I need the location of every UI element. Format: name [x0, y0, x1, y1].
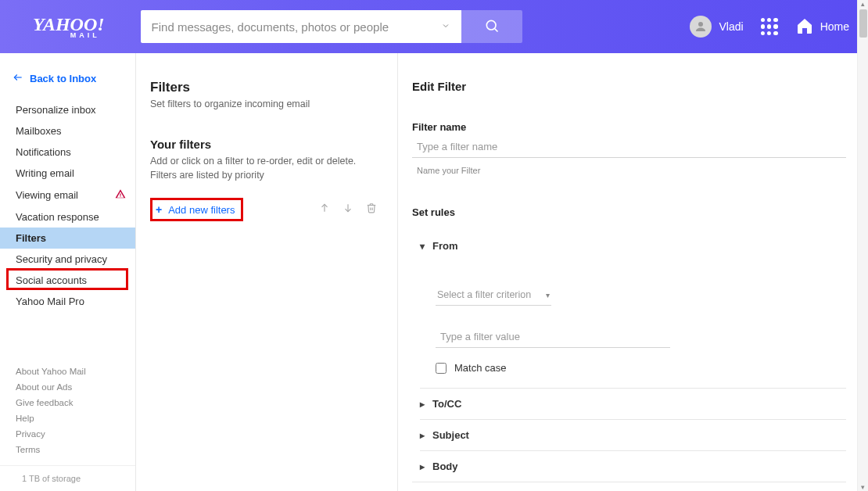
sidebar-item-notifications[interactable]: Notifications — [0, 142, 135, 163]
rule-label: From — [432, 240, 458, 252]
set-rules-label: Set rules — [412, 206, 846, 218]
footer-link-about-our-ads[interactable]: About our Ads — [16, 379, 135, 395]
sidebar-item-label: Writing email — [16, 167, 74, 179]
scroll-down-icon[interactable]: ▾ — [858, 483, 868, 491]
user-menu[interactable]: Vladi — [690, 16, 744, 38]
scroll-up-icon[interactable]: ▴ — [858, 0, 868, 8]
sidebar-item-label: Personalize inbox — [16, 104, 96, 116]
delete-icon[interactable] — [366, 202, 377, 217]
svg-line-1 — [494, 28, 497, 31]
filters-column: Filters Set filters to organize incoming… — [136, 53, 398, 491]
search-bar — [141, 10, 522, 43]
rule-from[interactable]: ▾From — [420, 231, 846, 261]
footer-link-privacy[interactable]: Privacy — [16, 426, 135, 442]
filter-order-actions — [319, 202, 377, 217]
search-input[interactable] — [152, 20, 435, 34]
search-box[interactable] — [141, 10, 461, 43]
sidebar-item-label: Security and privacy — [16, 253, 107, 265]
storage-info: 1 TB of storage — [0, 465, 135, 491]
sidebar-item-label: Filters — [16, 232, 46, 244]
criterion-placeholder: Select a filter criterion — [437, 289, 531, 300]
footer-links: About Yahoo MailAbout our AdsGive feedba… — [0, 364, 135, 465]
sidebar-item-mailboxes[interactable]: Mailboxes — [0, 120, 135, 142]
match-case-row: Match case — [436, 362, 846, 374]
sidebar-item-label: Yahoo Mail Pro — [16, 296, 84, 307]
rule-to-cc[interactable]: ▸To/CC — [420, 388, 846, 419]
sidebar-item-yahoo-mail-pro[interactable]: Yahoo Mail Pro — [0, 291, 135, 312]
filter-value-input[interactable] — [436, 323, 670, 348]
chevron-right-icon: ▸ — [420, 430, 425, 441]
logo-subtext: MAIL — [70, 32, 100, 39]
sidebar-item-personalize-inbox[interactable]: Personalize inbox — [0, 99, 135, 120]
warning-icon — [115, 188, 126, 202]
svg-point-0 — [486, 20, 496, 30]
add-filter-label: Add new filters — [168, 204, 235, 216]
edit-filter-column: Edit Filter Filter name Name your Filter… — [398, 53, 868, 491]
move-down-icon[interactable] — [343, 202, 353, 217]
sidebar-item-label: Mailboxes — [16, 125, 62, 137]
sidebar-item-label: Viewing email — [16, 189, 78, 201]
user-name: Vladi — [719, 20, 744, 33]
footer-link-terms[interactable]: Terms — [16, 442, 135, 457]
match-case-label: Match case — [454, 362, 506, 374]
sidebar-item-viewing-email[interactable]: Viewing email — [0, 184, 135, 206]
settings-sidebar: Back to Inbox Personalize inboxMailboxes… — [0, 53, 136, 491]
svg-point-2 — [698, 22, 703, 27]
avatar-icon — [690, 16, 712, 38]
sidebar-item-vacation-response[interactable]: Vacation response — [0, 206, 135, 228]
edit-filter-title: Edit Filter — [412, 80, 846, 93]
chevron-right-icon: ▸ — [420, 461, 425, 472]
add-new-filters-button[interactable]: + Add new filters — [150, 198, 243, 221]
back-to-inbox[interactable]: Back to Inbox — [0, 72, 135, 99]
rule-label: Subject — [432, 429, 469, 441]
yahoo-logo[interactable]: YAHOO! MAIL — [33, 15, 105, 39]
footer-link-about-yahoo-mail[interactable]: About Yahoo Mail — [16, 364, 135, 379]
criterion-select[interactable]: Select a filter criterion▾ — [436, 285, 551, 306]
sidebar-item-label: Vacation response — [16, 211, 99, 223]
home-button[interactable]: Home — [795, 16, 849, 38]
chevron-right-icon: ▸ — [420, 399, 425, 410]
search-icon — [484, 18, 500, 36]
filter-name-input[interactable] — [412, 133, 846, 158]
sidebar-item-label: Notifications — [16, 146, 71, 158]
plus-icon: + — [156, 203, 162, 216]
move-up-icon[interactable] — [319, 202, 330, 217]
filters-title: Filters — [150, 80, 382, 95]
sidebar-item-writing-email[interactable]: Writing email — [0, 163, 135, 184]
vertical-scrollbar[interactable]: ▴ ▾ — [857, 0, 868, 491]
sidebar-item-label: Social accounts — [16, 274, 87, 286]
sidebar-item-social-accounts[interactable]: Social accounts — [0, 270, 135, 291]
app-header: YAHOO! MAIL Vladi Hom — [0, 0, 868, 53]
rule-label: To/CC — [432, 398, 461, 410]
header-right: Vladi Home — [690, 16, 850, 38]
logo-text: YAHOO! — [33, 15, 105, 34]
scrollbar-thumb[interactable] — [859, 9, 867, 38]
rule-subject[interactable]: ▸Subject — [420, 419, 846, 450]
match-case-checkbox[interactable] — [436, 363, 447, 374]
back-label: Back to Inbox — [30, 73, 96, 84]
caret-down-icon: ▾ — [546, 291, 550, 299]
footer-link-help[interactable]: Help — [16, 410, 135, 426]
main-area: Back to Inbox Personalize inboxMailboxes… — [0, 53, 868, 491]
rules-section: ▾FromSelect a filter criterion▾Match cas… — [412, 231, 846, 482]
filters-subtitle: Set filters to organize incoming email — [150, 99, 382, 109]
rule-body[interactable]: ▸Body — [420, 450, 846, 482]
search-button[interactable] — [461, 10, 522, 43]
home-label: Home — [820, 20, 849, 33]
rule-expanded-panel: Select a filter criterion▾Match case — [420, 261, 846, 388]
footer-link-give-feedback[interactable]: Give feedback — [16, 395, 135, 410]
chevron-down-icon: ▾ — [420, 241, 425, 252]
home-icon — [795, 16, 814, 38]
your-filters-desc: Add or click on a filter to re-order, ed… — [150, 154, 382, 182]
arrow-left-icon — [13, 72, 23, 85]
sidebar-item-filters[interactable]: Filters — [0, 228, 135, 249]
sidebar-item-security-and-privacy[interactable]: Security and privacy — [0, 249, 135, 270]
filter-name-helper: Name your Filter — [412, 166, 846, 175]
your-filters-title: Your filters — [150, 138, 382, 151]
rule-label: Body — [432, 461, 458, 472]
apps-grid-icon[interactable] — [761, 18, 778, 35]
filter-name-label: Filter name — [412, 121, 846, 133]
chevron-down-icon[interactable] — [441, 20, 450, 34]
